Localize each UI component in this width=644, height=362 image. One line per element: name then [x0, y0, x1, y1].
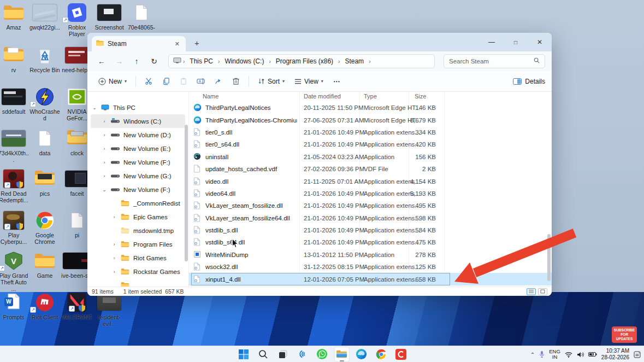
notification-center-icon[interactable]: [634, 351, 641, 358]
file-row-tier0-s-dll[interactable]: tier0_s.dll 21-01-2026 10:49 PM Applicat…: [189, 126, 552, 138]
file-row-tier0-s64-dll[interactable]: tier0_s64.dll 21-01-2026 10:49 PM Applic…: [189, 138, 552, 150]
close-button[interactable]: ✕: [528, 33, 552, 51]
breadcrumb-item[interactable]: Windows (C:): [221, 56, 267, 66]
breadcrumb-item[interactable]: This PC: [186, 56, 216, 66]
desktop-icon-recycle-bin[interactable]: Recycle Bin: [29, 45, 61, 73]
sidebar-item-commonredist[interactable]: _CommonRedist: [91, 196, 185, 210]
file-row-vstdlib-s-dll[interactable]: vstdlib_s.dll 21-01-2026 10:49 PM Applic…: [189, 224, 552, 236]
file-row-vklayer-steam-fossilize64-dll[interactable]: VkLayer_steam_fossilize64.dll 21-01-2026…: [189, 212, 552, 224]
delete-button[interactable]: [228, 74, 244, 89]
breadcrumb-item[interactable]: Program Files (x86): [273, 56, 336, 66]
breadcrumb-item[interactable]: Steam: [341, 56, 367, 66]
tray-chevron-up-icon[interactable]: ⌃: [530, 352, 535, 358]
cut-button[interactable]: [140, 74, 157, 89]
desktop-icon-gwqkt22gi[interactable]: gwqkt22gi...: [29, 2, 61, 31]
file-row-thirdpartylegalnotices-chromium[interactable]: ThirdPartyLegalNotices-Chromium 27-06-20…: [189, 114, 552, 126]
desktop-icon-riot-client[interactable]: ↗Riot Client: [29, 292, 61, 320]
taskbar-edge-icon[interactable]: [355, 347, 369, 361]
desktop-icon-whocrashed[interactable]: ↗WhoCrashed: [29, 86, 61, 121]
minimize-button[interactable]: —: [480, 33, 504, 51]
desktop-icon-amaz[interactable]: Amaz: [0, 2, 29, 31]
tree-chevron-icon[interactable]: ›: [102, 173, 107, 179]
back-button[interactable]: ←: [94, 57, 109, 66]
desktop-icon-google-chrome[interactable]: Google Chrome: [29, 210, 61, 245]
taskbar-start-icon[interactable]: [237, 347, 251, 361]
search-box[interactable]: Search Steam: [444, 54, 545, 68]
column-header-name[interactable]: Name: [203, 93, 218, 100]
tree-chevron-icon[interactable]: ›: [111, 242, 117, 247]
file-row-wsock32-dll[interactable]: wsock32.dll 31-12-2025 08:15 PM Applicat…: [189, 261, 552, 273]
desktop-icon-rv[interactable]: rv: [0, 45, 29, 73]
details-pane-button[interactable]: Details: [513, 78, 545, 85]
taskbar-camtasia-icon[interactable]: [394, 347, 408, 361]
desktop-icon-70e48065-c[interactable]: 70e48065-c...: [126, 2, 157, 37]
tree-chevron-icon[interactable]: ›: [111, 214, 117, 220]
maximize-button[interactable]: □: [504, 33, 528, 51]
sidebar-item-new-volume-f[interactable]: › New Volume (F:): [91, 155, 185, 169]
wifi-icon[interactable]: [565, 352, 572, 358]
file-row-video-dll[interactable]: video.dll 21-11-2025 07:01 AM Applicatio…: [189, 175, 552, 187]
file-row-vklayer-steam-fossilize-dll[interactable]: VkLayer_steam_fossilize.dll 21-01-2026 1…: [189, 200, 552, 212]
column-header-type[interactable]: Type: [364, 93, 377, 100]
volume-icon[interactable]: [577, 352, 584, 358]
tree-chevron-icon[interactable]: ›: [102, 132, 107, 138]
sidebar-scrollbar[interactable]: [185, 125, 188, 261]
tree-chevron-icon[interactable]: ›: [111, 255, 117, 261]
desktop-icon-screenshot[interactable]: Screenshot_...: [93, 2, 125, 37]
taskbar-chrome-icon[interactable]: [374, 347, 388, 361]
battery-icon[interactable]: [588, 352, 597, 357]
tree-chevron-icon[interactable]: ⌄: [92, 105, 97, 110]
up-button[interactable]: ↑: [129, 57, 144, 66]
desktop-icon-roblox-player[interactable]: ↗Roblox Player: [61, 2, 93, 37]
refresh-button[interactable]: ↻: [146, 57, 162, 66]
tree-chevron-icon[interactable]: ⌄: [102, 187, 107, 192]
taskbar-audio-waves-icon[interactable]: [296, 347, 310, 361]
sidebar-item-partial[interactable]: [91, 278, 185, 287]
sidebar-item-msdownld-tmp[interactable]: msdownld.tmp: [91, 224, 185, 237]
sidebar-item-new-volume-d[interactable]: › New Volume (D:): [91, 128, 185, 142]
tab-close-icon[interactable]: ✕: [173, 40, 181, 48]
share-button[interactable]: [210, 74, 227, 89]
forward-button[interactable]: →: [111, 57, 127, 66]
titlebar[interactable]: Steam ✕ + — □ ✕: [87, 33, 552, 51]
sidebar-item-epic-games[interactable]: › Epic Games: [91, 210, 185, 224]
new-tab-button[interactable]: +: [194, 38, 199, 48]
copy-button[interactable]: [158, 74, 174, 89]
rename-button[interactable]: A: [193, 74, 209, 89]
subscribe-badge[interactable]: SUBSCRIBEFORUPDATES: [612, 326, 637, 343]
file-row-writeminidump[interactable]: WriteMiniDump 13-01-2012 11:50 PM Applic…: [189, 249, 552, 261]
taskbar-search-icon[interactable]: [256, 347, 270, 361]
sidebar-item-windows-c[interactable]: › Windows (C:): [91, 114, 185, 128]
tree-chevron-icon[interactable]: ›: [102, 119, 107, 124]
desktop-icon-data[interactable]: data: [29, 128, 61, 156]
desktop-icon-play-cyberpu[interactable]: ↗Play Cyberpu...: [0, 210, 29, 245]
sidebar-item-new-volume-g[interactable]: › New Volume (G:): [91, 169, 185, 183]
desktop-icon-resident-evil[interactable]: resident-evil...: [93, 292, 125, 327]
desktop-icon-sddefault[interactable]: sddefault: [0, 86, 29, 115]
sidebar-item-riot-games[interactable]: › Riot Games: [91, 251, 185, 265]
taskbar-file-explorer-icon[interactable]: [335, 347, 349, 361]
desktop-icon-valorant[interactable]: ↗VALORANT: [61, 292, 93, 320]
new-button[interactable]: New ▾: [94, 75, 131, 88]
desktop-icon-pics[interactable]: pics: [29, 168, 61, 197]
sort-button[interactable]: Sort ▾: [253, 75, 289, 88]
file-row-update-hosts-cached-vdf[interactable]: update_hosts_cached.vdf 27-02-2026 09:36…: [189, 163, 552, 175]
view-button[interactable]: View ▾: [290, 75, 328, 88]
file-row-video64-dll[interactable]: video64.dll 21-01-2026 10:49 PM Applicat…: [189, 188, 552, 200]
desktop-icon-prompts[interactable]: WPrompts: [0, 292, 29, 320]
microphone-icon[interactable]: [539, 351, 545, 358]
sidebar-item-this-pc[interactable]: ⌄ This PC: [91, 101, 185, 114]
desktop-icon-game[interactable]: Game: [29, 250, 61, 279]
file-row-xinput1-4-dll[interactable]: xinput1_4.dll 12-01-2026 07:05 PM Applic…: [189, 273, 552, 285]
clock[interactable]: 10:37 AM28-02-2026: [601, 348, 629, 361]
tree-chevron-icon[interactable]: ›: [102, 160, 107, 165]
more-options-button[interactable]: ⋯: [329, 75, 345, 88]
column-header-size[interactable]: Size: [415, 93, 426, 100]
sidebar-item-new-volume-e[interactable]: › New Volume (E:): [91, 142, 185, 155]
file-list-scrollbar[interactable]: [547, 234, 551, 281]
paste-button[interactable]: [175, 74, 192, 89]
file-row-uninstall[interactable]: uninstall 21-05-2024 03:23 AM Applicatio…: [189, 151, 552, 163]
sidebar-item-program-files[interactable]: › Program Files: [91, 237, 185, 251]
details-view-toggle[interactable]: [527, 288, 536, 295]
file-row-thirdpartylegalnotices[interactable]: ThirdPartyLegalNotices 20-11-2025 11:50 …: [189, 102, 552, 114]
